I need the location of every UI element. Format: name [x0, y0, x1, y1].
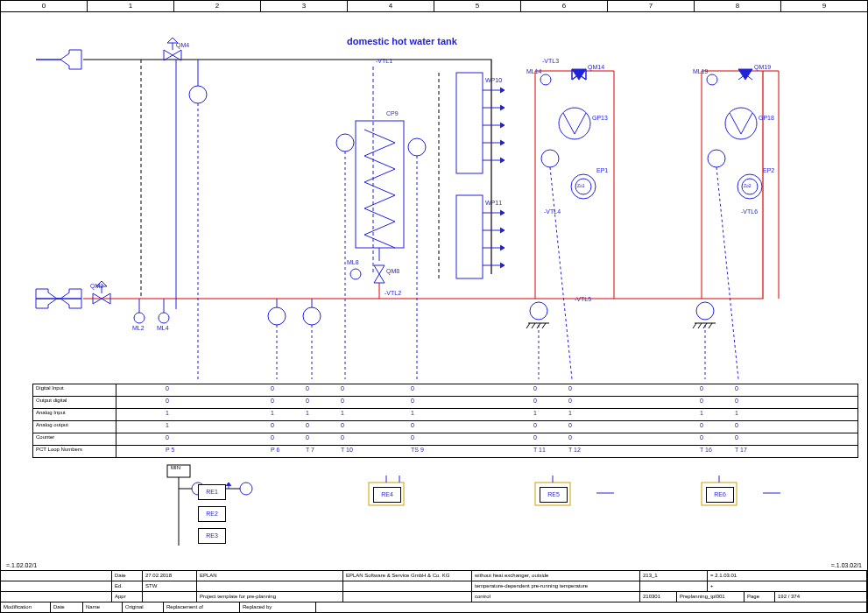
io-cell: 0: [568, 422, 572, 428]
io-cell: 0: [166, 385, 169, 391]
io-cell: 1: [166, 410, 169, 416]
svg-point-45: [696, 302, 714, 320]
tb-nm: Name: [83, 602, 123, 612]
io-row-cnt: Counter: [33, 433, 116, 445]
tag-vtl5: -VTL5: [575, 296, 591, 302]
tag-ml2: ML2: [132, 325, 145, 331]
io-cell: 0: [341, 434, 344, 440]
col-9: 9: [781, 1, 867, 11]
svg-line-50: [709, 323, 712, 328]
col-4: 4: [348, 1, 434, 11]
svg-line-57: [550, 167, 572, 379]
tb-orig: Original: [123, 602, 164, 612]
svg-line-59: [716, 167, 738, 379]
tb-project: Project template for pre-planning: [197, 592, 343, 602]
relay-re5: RE5: [540, 487, 568, 503]
relay-re1: RE1: [198, 484, 226, 500]
io-cell: 1: [411, 410, 414, 416]
io-cell: T 11: [533, 447, 546, 453]
tb-repl1: Replacement of: [164, 602, 240, 612]
svg-point-8: [303, 307, 321, 325]
io-cell: 0: [341, 422, 344, 428]
tb-mod: Modification: [1, 602, 51, 612]
tb-plus: +: [708, 581, 867, 591]
io-cell: 0: [568, 385, 572, 391]
io-cell: 1: [533, 410, 537, 416]
tag-gp13: GP13: [592, 115, 608, 121]
svg-rect-16: [456, 73, 483, 173]
tag-wp11: WP11: [485, 200, 502, 206]
io-cell: 1: [166, 422, 169, 428]
col-3: 3: [261, 1, 348, 11]
io-cell: 0: [568, 398, 572, 404]
relay-re4: RE4: [373, 487, 401, 503]
svg-rect-17: [456, 195, 483, 278]
svg-line-47: [693, 323, 696, 328]
io-row-do: Output digital: [33, 397, 116, 408]
io-row-ao: Analog output: [33, 421, 116, 433]
tag-ml19: ML19: [693, 68, 709, 74]
tb-desc1: without heat exchanger, outside: [472, 571, 640, 581]
io-cell: 0: [271, 398, 274, 404]
svg-line-36: [532, 323, 535, 328]
tb-page-v: 192 / 374: [775, 592, 867, 602]
svg-point-30: [541, 150, 559, 167]
io-cell: 0: [411, 434, 414, 440]
io-row-ai: Analog Input: [33, 409, 116, 420]
io-cell: 0: [411, 422, 414, 428]
tb-code: 213_1: [640, 571, 708, 581]
tag-ep2: EP2: [763, 167, 774, 173]
tb-ed-l: Ed.: [112, 581, 143, 591]
io-cell: 0: [700, 434, 703, 440]
col-6: 6: [521, 1, 608, 11]
io-cell: T 17: [735, 447, 747, 453]
drawing-sheet: 0 1 2 3 4 5 6 7 8 9: [0, 0, 868, 613]
svg-point-42: [708, 150, 725, 167]
tb-dt: Date: [51, 602, 83, 612]
tag-zo2: Zo2: [744, 183, 752, 188]
col-5: 5: [434, 1, 521, 11]
io-cell: 0: [700, 398, 703, 404]
io-cell: 0: [735, 385, 738, 391]
io-cell: 0: [306, 422, 309, 428]
io-cell: P 6: [271, 447, 279, 453]
io-cell: 0: [166, 398, 169, 404]
io-cell: 0: [166, 434, 169, 440]
io-cell: T 7: [306, 447, 314, 453]
diagram-title: domestic hot water tank: [347, 36, 457, 46]
relay-svg: [1, 458, 868, 563]
col-0: 0: [1, 1, 88, 11]
tag-ml4: ML4: [157, 325, 169, 331]
io-cell: 0: [533, 434, 537, 440]
tag-qm4: QM4: [176, 42, 189, 48]
io-cell: 1: [341, 410, 344, 416]
io-cell: T 10: [341, 447, 353, 453]
tag-ml14: ML14: [526, 68, 542, 74]
drawing-canvas: domestic hot water tank QM4 QM2 ML2 ML4 …: [1, 11, 867, 612]
nav-left: =.1.02.02/1: [6, 562, 37, 568]
svg-point-64: [240, 483, 252, 495]
tb-company: EPLAN: [197, 571, 343, 581]
io-cell: 0: [271, 422, 274, 428]
svg-point-11: [336, 134, 354, 151]
col-1: 1: [88, 1, 174, 11]
io-cell: 0: [341, 385, 344, 391]
tag-qm14: QM14: [588, 64, 604, 70]
svg-point-40: [707, 74, 717, 85]
tb-repl2: Replaced by: [240, 602, 316, 612]
tag-cp9: CP9: [386, 110, 399, 116]
svg-point-4: [189, 86, 207, 103]
tb-owner: EPLAN Software & Service GmbH & Co. KG: [343, 571, 472, 581]
svg-line-48: [698, 323, 702, 328]
tag-wp10: WP10: [485, 77, 502, 83]
title-block: Date 27.02.2018 EPLAN EPLAN Software & S…: [1, 570, 867, 612]
io-cell: 1: [700, 410, 703, 416]
tb-page-l: Page: [745, 592, 775, 602]
svg-point-6: [268, 307, 286, 325]
tag-vtl4: -VTL4: [544, 208, 561, 215]
io-cell: 0: [700, 385, 703, 391]
tag-vtl6: -VTL6: [741, 208, 758, 215]
io-cell: T 12: [568, 447, 581, 453]
tb-file: Preplanning_tpl001: [677, 592, 745, 602]
io-cell: 0: [568, 434, 572, 440]
